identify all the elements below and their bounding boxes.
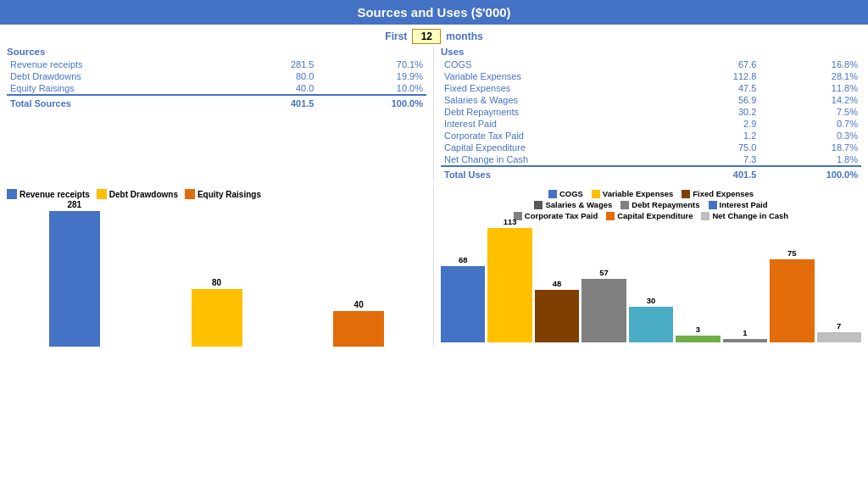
bar	[535, 290, 579, 342]
source-label: Revenue receipts	[7, 58, 232, 70]
bar-group: 113	[487, 217, 531, 342]
bar	[487, 228, 531, 342]
chart-area: Revenue receiptsDebt DrawdownsEquity Rai…	[0, 182, 868, 347]
table-row: Equity Raisings 40.0 10.0%	[7, 82, 426, 95]
right-bar-chart: 6811348573031757	[441, 224, 861, 342]
bar-group: 7	[817, 321, 861, 342]
bar-value-label: 1	[743, 328, 747, 337]
table-row: Debt Repayments 30.2 7.5%	[441, 106, 861, 118]
legend-color	[97, 189, 107, 199]
sources-total-pct: 100.0%	[317, 95, 426, 109]
legend-label: Salaries & Wages	[545, 200, 612, 209]
page: Sources and Uses ($'000) First months So…	[0, 0, 868, 489]
bar	[770, 259, 814, 342]
source-pct: 10.0%	[317, 82, 426, 95]
uses-total-value: 401.5	[681, 166, 760, 181]
bar	[192, 289, 242, 347]
use-value: 56.9	[681, 94, 760, 106]
legend-item: Capital Expenditure	[606, 211, 693, 220]
legend-label: Debt Drawdowns	[109, 190, 178, 199]
bar-group: 48	[535, 279, 579, 342]
use-label: Debt Repayments	[441, 106, 681, 118]
bar-group: 281	[7, 200, 142, 347]
sources-panel: Sources Revenue receipts 281.5 70.1% Deb…	[0, 47, 434, 181]
use-pct: 7.5%	[760, 106, 861, 118]
use-value: 1.2	[681, 130, 760, 142]
bar	[629, 307, 673, 342]
uses-panel: Uses COGS 67.6 16.8% Variable Expenses 1…	[434, 47, 868, 181]
bar-value-label: 75	[787, 248, 797, 258]
page-title: Sources and Uses ($'000)	[0, 0, 868, 25]
legend-color	[701, 212, 709, 220]
use-label: Interest Paid	[441, 118, 681, 130]
bar	[581, 279, 626, 342]
bar-group: 80	[149, 278, 285, 347]
uses-title: Uses	[441, 47, 861, 57]
table-row: Fixed Expenses 47.5 11.8%	[441, 82, 861, 94]
months-input[interactable]	[412, 29, 441, 44]
table-row: Salaries & Wages 56.9 14.2%	[441, 94, 861, 106]
bar-group: 57	[581, 268, 626, 342]
legend-color	[7, 189, 17, 199]
table-row: Debt Drawdowns 80.0 19.9%	[7, 70, 426, 82]
legend-item: Net Change in Cash	[701, 211, 788, 220]
legend-item: Equity Raisings	[185, 189, 261, 199]
bar-value-label: 68	[459, 255, 468, 264]
use-pct: 0.7%	[760, 118, 861, 130]
use-label: Variable Expenses	[441, 70, 681, 82]
months-row: First months	[0, 25, 868, 47]
use-value: 112.8	[681, 70, 760, 82]
source-pct: 70.1%	[317, 58, 426, 70]
legend-label: Capital Expenditure	[617, 211, 693, 220]
bar-group: 40	[291, 300, 426, 347]
bar-value-label: 30	[647, 296, 656, 305]
right-legend: COGSVariable ExpensesFixed ExpensesSalar…	[441, 189, 861, 220]
source-value: 281.5	[232, 58, 318, 70]
months-label: months	[446, 31, 482, 42]
bar	[49, 211, 100, 347]
legend-item: Debt Drawdowns	[97, 189, 178, 199]
source-label: Equity Raisings	[7, 82, 232, 95]
use-label: Salaries & Wages	[441, 94, 681, 106]
legend-color	[682, 190, 690, 198]
left-chart: Revenue receiptsDebt DrawdownsEquity Rai…	[0, 186, 434, 347]
legend-item: Fixed Expenses	[682, 189, 754, 198]
bar-value-label: 113	[504, 217, 517, 226]
use-pct: 18.7%	[760, 142, 861, 153]
bar	[817, 332, 861, 342]
bar-value-label: 48	[553, 279, 562, 288]
use-label: Capital Expenditure	[441, 142, 681, 153]
legend-label: Interest Paid	[720, 200, 768, 209]
bar	[441, 266, 485, 342]
use-pct: 28.1%	[760, 70, 861, 82]
use-pct: 0.3%	[760, 130, 861, 142]
legend-color	[709, 201, 717, 209]
legend-label: Net Change in Cash	[712, 211, 788, 220]
use-value: 2.9	[681, 118, 760, 130]
bar-group: 30	[629, 296, 673, 342]
bar-group: 68	[441, 255, 485, 342]
bar-value-label: 3	[696, 325, 700, 334]
bar-value-label: 57	[599, 268, 609, 277]
use-value: 47.5	[681, 82, 760, 94]
legend-color	[592, 190, 600, 198]
use-value: 67.6	[681, 58, 760, 70]
legend-item: Salaries & Wages	[534, 200, 612, 209]
legend-label: Equity Raisings	[198, 190, 261, 199]
table-row: Variable Expenses 112.8 28.1%	[441, 70, 861, 82]
source-value: 80.0	[232, 70, 318, 82]
table-row: Revenue receipts 281.5 70.1%	[7, 58, 426, 70]
use-label: Corporate Tax Paid	[441, 130, 681, 142]
legend-label: Corporate Tax Paid	[525, 211, 598, 220]
legend-label: Debt Repayments	[632, 200, 699, 209]
uses-total-label: Total Uses	[441, 166, 681, 181]
use-value: 30.2	[681, 106, 760, 118]
legend-item: Interest Paid	[709, 200, 768, 209]
bar	[333, 311, 384, 347]
source-value: 40.0	[232, 82, 318, 95]
table-row: Net Change in Cash 7.3 1.8%	[441, 153, 861, 166]
source-label: Debt Drawdowns	[7, 70, 232, 82]
sources-title: Sources	[7, 47, 426, 57]
legend-item: Debt Repayments	[620, 200, 699, 209]
use-value: 75.0	[681, 142, 760, 153]
